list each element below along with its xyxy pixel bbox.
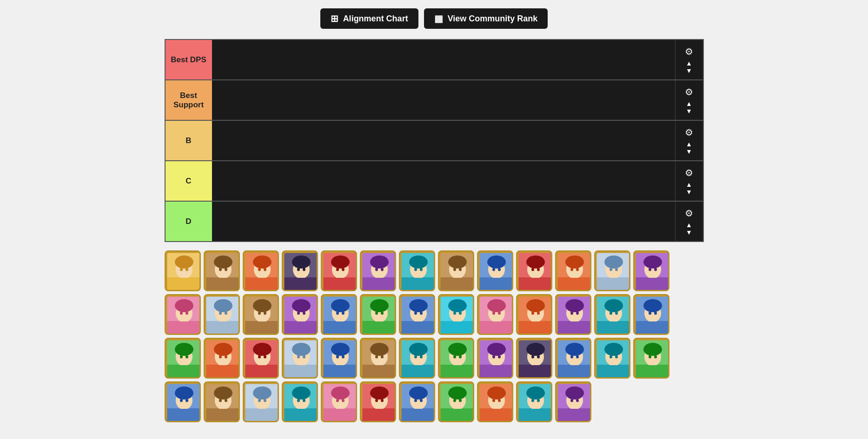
character-card[interactable] xyxy=(399,294,435,335)
view-community-rank-button[interactable]: ▦ View Community Rank xyxy=(424,8,548,29)
character-card[interactable] xyxy=(516,381,552,422)
character-card[interactable] xyxy=(399,250,435,291)
tier-content-d[interactable] xyxy=(212,202,675,241)
character-card[interactable] xyxy=(399,338,435,379)
svg-point-220 xyxy=(219,355,222,359)
character-card[interactable] xyxy=(165,381,201,422)
character-card[interactable] xyxy=(477,381,513,422)
character-card[interactable] xyxy=(516,294,552,335)
svg-point-373 xyxy=(459,399,462,402)
character-card[interactable] xyxy=(282,294,318,335)
character-card[interactable] xyxy=(555,338,591,379)
svg-point-109 xyxy=(186,312,188,315)
arrow-up-icon[interactable]: ▲ xyxy=(686,100,692,107)
svg-point-132 xyxy=(297,312,300,315)
tier-content-c[interactable] xyxy=(212,161,675,201)
character-card[interactable] xyxy=(204,381,240,422)
character-card[interactable] xyxy=(243,338,279,379)
character-card[interactable] xyxy=(633,294,669,335)
svg-rect-22 xyxy=(253,278,271,290)
character-card[interactable] xyxy=(516,338,552,379)
character-card[interactable] xyxy=(282,338,318,379)
character-card[interactable] xyxy=(360,338,396,379)
character-card[interactable] xyxy=(204,250,240,291)
svg-point-235 xyxy=(292,343,311,356)
tier-content-b[interactable] xyxy=(212,121,675,160)
svg-point-253 xyxy=(381,355,384,359)
arrow-down-icon[interactable]: ▼ xyxy=(686,108,692,114)
svg-point-284 xyxy=(531,355,534,359)
svg-point-43 xyxy=(370,256,389,269)
character-card[interactable] xyxy=(438,250,474,291)
arrow-up-icon[interactable]: ▲ xyxy=(686,141,692,147)
character-card[interactable] xyxy=(321,294,357,335)
svg-point-12 xyxy=(219,268,222,271)
character-card[interactable] xyxy=(555,294,591,335)
arrow-down-icon[interactable]: ▼ xyxy=(686,189,692,195)
arrow-up-icon[interactable]: ▲ xyxy=(686,60,692,66)
svg-point-332 xyxy=(258,399,261,402)
svg-point-357 xyxy=(381,399,384,402)
arrow-down-icon[interactable]: ▼ xyxy=(686,229,692,236)
svg-point-381 xyxy=(498,399,501,402)
character-card[interactable] xyxy=(204,338,240,379)
svg-rect-334 xyxy=(253,409,271,421)
character-card[interactable] xyxy=(438,381,474,422)
character-card[interactable] xyxy=(438,338,474,379)
character-card[interactable] xyxy=(243,381,279,422)
tier-content-best-dps[interactable] xyxy=(212,40,675,79)
character-card[interactable] xyxy=(633,250,669,291)
svg-point-13 xyxy=(225,268,227,271)
gear-icon[interactable]: ⚙ xyxy=(685,127,693,138)
character-card[interactable] xyxy=(477,250,513,291)
character-card[interactable] xyxy=(438,294,474,335)
character-card[interactable] xyxy=(165,294,201,335)
character-card[interactable] xyxy=(360,294,396,335)
character-card[interactable] xyxy=(282,250,318,291)
svg-rect-318 xyxy=(175,409,193,421)
arrow-up-icon[interactable]: ▲ xyxy=(686,222,692,228)
character-card[interactable] xyxy=(555,250,591,291)
svg-point-229 xyxy=(264,355,266,359)
svg-point-149 xyxy=(381,312,384,315)
character-card[interactable] xyxy=(360,250,396,291)
character-card[interactable] xyxy=(243,250,279,291)
svg-point-67 xyxy=(487,256,506,269)
character-card[interactable] xyxy=(399,381,435,422)
svg-point-301 xyxy=(615,355,618,359)
character-card[interactable] xyxy=(477,294,513,335)
alignment-chart-button[interactable]: ⊞ Alignment Chart xyxy=(320,8,418,29)
arrow-down-icon[interactable]: ▼ xyxy=(686,148,692,155)
character-card[interactable] xyxy=(594,338,630,379)
character-card[interactable] xyxy=(594,250,630,291)
character-card[interactable] xyxy=(321,381,357,422)
character-card[interactable] xyxy=(321,250,357,291)
svg-point-340 xyxy=(297,399,300,402)
svg-point-387 xyxy=(526,387,545,400)
svg-point-59 xyxy=(448,256,467,269)
arrow-down-icon[interactable]: ▼ xyxy=(686,67,692,74)
character-card[interactable] xyxy=(321,338,357,379)
gear-icon[interactable]: ⚙ xyxy=(685,46,693,57)
gear-icon[interactable]: ⚙ xyxy=(685,86,693,98)
svg-point-379 xyxy=(487,387,506,400)
gear-icon[interactable]: ⚙ xyxy=(685,208,693,219)
character-card[interactable] xyxy=(282,381,318,422)
character-card[interactable] xyxy=(555,381,591,422)
gear-icon[interactable]: ⚙ xyxy=(685,167,693,178)
character-card[interactable] xyxy=(165,250,201,291)
character-card[interactable] xyxy=(243,294,279,335)
character-card[interactable] xyxy=(165,338,201,379)
character-card[interactable] xyxy=(360,381,396,422)
tier-content-best-support[interactable] xyxy=(212,80,675,120)
svg-point-371 xyxy=(448,387,467,400)
character-card[interactable] xyxy=(477,338,513,379)
character-card[interactable] xyxy=(204,294,240,335)
character-card[interactable] xyxy=(633,338,669,379)
svg-point-397 xyxy=(576,399,579,402)
arrow-up-icon[interactable]: ▲ xyxy=(686,181,692,188)
svg-point-35 xyxy=(331,256,350,269)
character-card[interactable] xyxy=(594,294,630,335)
character-card[interactable] xyxy=(516,250,552,291)
character-pool xyxy=(165,250,704,422)
